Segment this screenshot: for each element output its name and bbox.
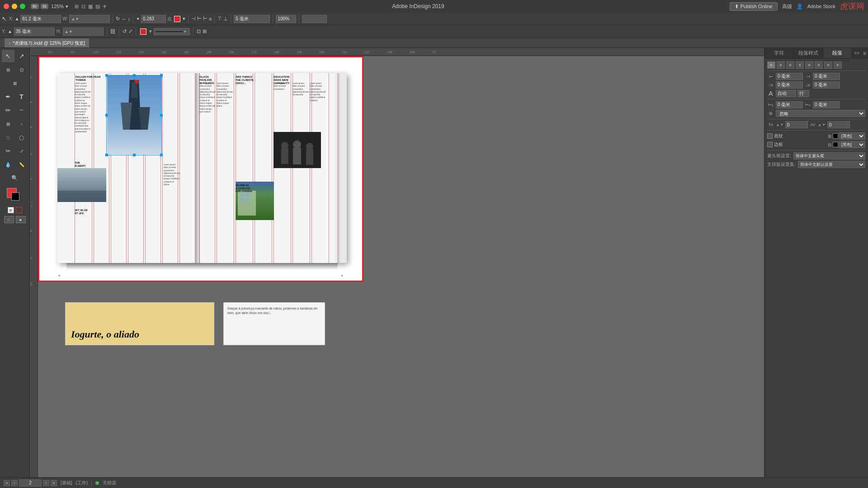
- gap-tool[interactable]: ⊡: [15, 63, 28, 76]
- page-tool[interactable]: ⊞: [2, 63, 14, 76]
- panel-menu-btn[interactable]: ≡: [861, 48, 868, 58]
- x-stepper-up[interactable]: ▲: [14, 16, 19, 21]
- ellipse-tool[interactable]: ◯: [15, 131, 28, 144]
- frame-color-swatch[interactable]: [833, 142, 838, 147]
- scissors-tool[interactable]: ✂: [2, 145, 14, 157]
- paragraph-styles-tab[interactable]: 段落样式: [794, 48, 823, 58]
- rotate-icon[interactable]: ↻: [116, 16, 120, 22]
- traffic-light-yellow[interactable]: [12, 4, 17, 9]
- traffic-light-green[interactable]: [20, 4, 25, 9]
- free-transform-tool[interactable]: ⤢: [15, 145, 28, 157]
- y-field[interactable]: 35 毫米: [14, 28, 55, 36]
- indent-right-field[interactable]: 0 毫米: [813, 73, 840, 80]
- tracking-field-2[interactable]: 0: [827, 121, 850, 128]
- zoom-tool[interactable]: 🔍: [9, 172, 21, 184]
- rectangle-frame-tool[interactable]: ⊠: [2, 117, 14, 130]
- architecture-image[interactable]: [107, 75, 161, 155]
- stroke-swatch[interactable]: [11, 192, 19, 201]
- fill-color-indicator[interactable]: [174, 16, 180, 22]
- toolbar-icon-4[interactable]: ▤: [95, 4, 100, 9]
- align-justify-btn[interactable]: ≡: [796, 61, 804, 69]
- toolbar-icon-2[interactable]: ⊡: [81, 4, 85, 9]
- border-checkbox[interactable]: [767, 133, 773, 139]
- y-stepper-up[interactable]: ▲: [8, 29, 12, 34]
- canvas-area[interactable]: FALLER FOR PEAK TOWER: [38, 56, 764, 477]
- w-stepper[interactable]: ▲▼: [71, 17, 79, 21]
- flip-v-icon[interactable]: ↕: [127, 16, 130, 22]
- dropcap-unit-select[interactable]: 行: [797, 90, 809, 97]
- align-tl-icon[interactable]: ⊡: [197, 28, 201, 34]
- align-left-icon[interactable]: ⊣: [191, 16, 196, 22]
- align-right-btn[interactable]: ≡: [786, 61, 794, 69]
- opacity-field[interactable]: 100%: [276, 15, 296, 23]
- align-center-h-icon[interactable]: ⊢: [197, 16, 202, 22]
- composer-select[interactable]: 简体中文默认设置: [798, 161, 865, 168]
- align-right-icon[interactable]: ⊢: [203, 16, 208, 22]
- flip-h-icon[interactable]: ↔: [121, 16, 126, 22]
- hyphen-select[interactable]: 忽略: [776, 110, 865, 117]
- preview-mode[interactable]: ■: [16, 216, 26, 223]
- distribute-icon[interactable]: ≡: [209, 16, 212, 22]
- ta-stepper[interactable]: ▲▼: [776, 122, 784, 127]
- advanced-menu[interactable]: 高级: [782, 3, 792, 10]
- magazine-spread[interactable]: FALLER FOR PEAK TOWER: [57, 73, 347, 263]
- transform2-icon2[interactable]: ⤢: [128, 28, 132, 34]
- x-field[interactable]: 81.2 毫米: [20, 15, 61, 23]
- first-indent-field[interactable]: 0 毫米: [776, 101, 803, 108]
- pencil-tool[interactable]: ✏: [2, 104, 14, 117]
- align-top-icon[interactable]: ⊤: [217, 16, 222, 22]
- stroke-dropdown[interactable]: ▾: [183, 16, 185, 22]
- color-box-field[interactable]: [302, 15, 327, 23]
- align-left-btn[interactable]: ≡: [767, 61, 775, 69]
- h-stepper[interactable]: ▲▼: [65, 29, 73, 34]
- tab-close-button[interactable]: ×: [9, 41, 11, 46]
- tracking-field-1[interactable]: 0: [785, 121, 808, 128]
- border-color-select[interactable]: [黑色]: [839, 132, 865, 140]
- normal-mode[interactable]: □: [4, 216, 14, 223]
- align-justify-right-btn[interactable]: ≡: [815, 61, 823, 69]
- swap-colors[interactable]: ↔: [16, 207, 22, 213]
- bridge-icon-badge[interactable]: Br: [31, 4, 39, 9]
- space-after-field[interactable]: 0 毫米: [813, 81, 840, 89]
- content-tool[interactable]: ⊠: [9, 77, 21, 89]
- measure-tool[interactable]: 📏: [15, 158, 28, 171]
- toolbar-icon-3[interactable]: ▦: [88, 4, 93, 9]
- align-justify-all-btn[interactable]: ≡: [834, 61, 842, 69]
- none-color[interactable]: ⊘: [8, 207, 14, 213]
- align-justify-center-btn[interactable]: ≡: [824, 61, 832, 69]
- toolbar-icon-1[interactable]: ⊞: [75, 4, 79, 9]
- traffic-light-red[interactable]: [4, 4, 9, 9]
- select-tool[interactable]: ↖: [2, 50, 14, 62]
- paragraph-tab[interactable]: 段落: [823, 48, 853, 58]
- frame-checkbox[interactable]: [767, 142, 773, 147]
- page-number-field[interactable]: 2: [19, 479, 42, 487]
- transform2-icon1[interactable]: ↺: [123, 28, 127, 34]
- pen-tool[interactable]: ✒: [2, 90, 14, 103]
- scale-field[interactable]: 5 毫米: [234, 15, 270, 23]
- frame-color-select[interactable]: [黑色]: [839, 141, 865, 148]
- toolbar-icon-5[interactable]: ✈: [103, 4, 107, 9]
- direct-select-tool[interactable]: ↗: [15, 50, 28, 62]
- w-field[interactable]: ▲▼: [69, 15, 110, 23]
- h-field[interactable]: ▲▼: [63, 28, 104, 36]
- hanging-select[interactable]: 简体中文避头尾: [793, 152, 865, 160]
- dropcap-lines-field[interactable]: 自动: [776, 90, 796, 97]
- chain-icon[interactable]: ⛓: [110, 28, 116, 35]
- expand-panel-btn[interactable]: >>: [852, 48, 861, 58]
- first-page-btn[interactable]: «: [4, 480, 10, 486]
- av-stepper[interactable]: ▲▼: [818, 122, 826, 127]
- stroke-value-field[interactable]: 0.283: [141, 15, 166, 23]
- stock-icon-badge[interactable]: St: [41, 4, 48, 9]
- prev-page-btn[interactable]: ‹: [11, 480, 18, 486]
- ellipse-frame-tool[interactable]: ○: [15, 117, 28, 130]
- next-page-btn[interactable]: ›: [43, 480, 49, 486]
- publish-online-button[interactable]: ⬆ Publish Online: [730, 2, 778, 11]
- rectangle-tool[interactable]: □: [2, 131, 14, 144]
- smooth-tool[interactable]: 〜: [15, 104, 28, 117]
- zoom-control[interactable]: 125% ▾: [51, 4, 68, 9]
- align-tc-icon[interactable]: ⊞: [203, 28, 207, 34]
- last-indent-field[interactable]: 0 毫米: [813, 101, 840, 108]
- eyedropper-tool[interactable]: 💧: [2, 158, 14, 171]
- align-justify-left-btn[interactable]: ≡: [805, 61, 813, 69]
- adobe-stock-link[interactable]: Adobe Stock: [807, 4, 835, 9]
